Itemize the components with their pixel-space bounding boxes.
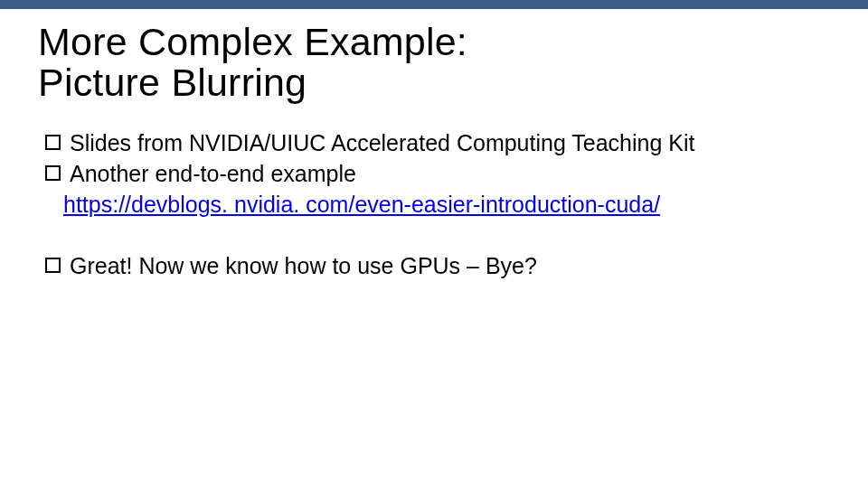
square-bullet-icon (45, 135, 61, 150)
reference-link[interactable]: https://devblogs. nvidia. com/even-easie… (45, 190, 832, 219)
slide-body: Slides from NVIDIA/UIUC Accelerated Comp… (0, 103, 868, 280)
square-bullet-icon (45, 258, 61, 273)
top-accent-bar (0, 0, 868, 9)
slide-title: More Complex Example: Picture Blurring (0, 9, 868, 103)
bullet-item: Another end-to-end example (45, 159, 832, 188)
square-bullet-icon (45, 165, 61, 181)
bullet-text: Another end-to-end example (70, 159, 832, 188)
slide: More Complex Example: Picture Blurring S… (0, 0, 868, 488)
title-line-2: Picture Blurring (38, 61, 307, 104)
bullet-text: Slides from NVIDIA/UIUC Accelerated Comp… (70, 128, 832, 157)
bullet-text: Great! Now we know how to use GPUs – Bye… (70, 251, 832, 280)
bullet-item: Great! Now we know how to use GPUs – Bye… (45, 251, 832, 280)
title-line-1: More Complex Example: (38, 20, 467, 63)
bullet-item: Slides from NVIDIA/UIUC Accelerated Comp… (45, 128, 832, 157)
spacer (45, 219, 832, 251)
